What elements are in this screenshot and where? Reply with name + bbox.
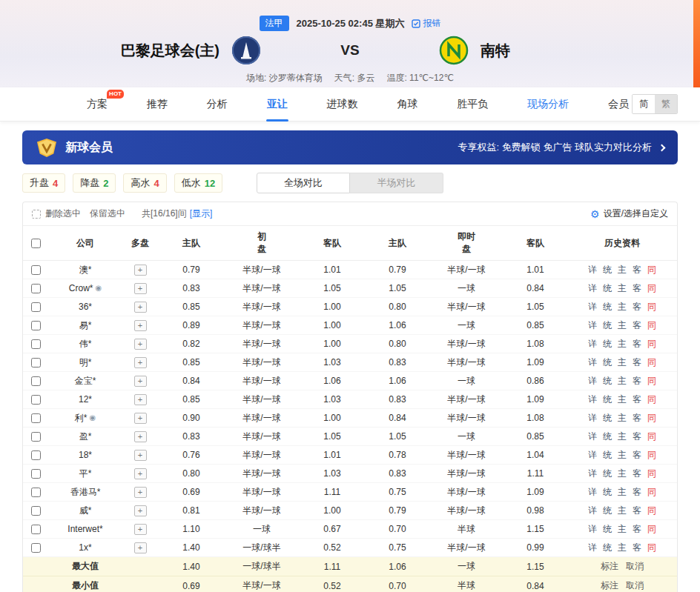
- history-link-away[interactable]: 客: [633, 487, 641, 497]
- row-checkbox[interactable]: [31, 358, 41, 367]
- history-link-stats[interactable]: 统: [603, 431, 612, 442]
- history-link-same[interactable]: 同: [647, 524, 656, 534]
- expand-row-button[interactable]: +: [134, 302, 147, 313]
- history-link-away[interactable]: 客: [633, 505, 641, 516]
- lang-traditional-button[interactable]: 繁: [655, 95, 677, 113]
- history-link-stats[interactable]: 统: [603, 302, 612, 312]
- expand-row-button[interactable]: +: [134, 357, 147, 368]
- expand-row-button[interactable]: +: [134, 524, 147, 535]
- history-link-stats[interactable]: 统: [603, 524, 612, 534]
- history-link-home[interactable]: 主: [618, 394, 627, 405]
- history-link-same[interactable]: 同: [647, 357, 656, 367]
- history-link-away[interactable]: 客: [633, 376, 641, 386]
- history-link-home[interactable]: 主: [618, 542, 627, 553]
- company-name[interactable]: 盈*: [48, 428, 122, 446]
- row-checkbox[interactable]: [31, 339, 41, 349]
- row-checkbox[interactable]: [31, 321, 41, 330]
- history-link-home[interactable]: 主: [618, 339, 627, 349]
- expand-row-button[interactable]: +: [134, 450, 147, 461]
- history-link-same[interactable]: 同: [647, 487, 656, 497]
- league-badge[interactable]: 法甲: [260, 16, 289, 31]
- history-link-same[interactable]: 同: [647, 320, 656, 330]
- company-name[interactable]: 金宝*: [48, 372, 122, 390]
- row-checkbox[interactable]: [31, 302, 41, 312]
- history-link-home[interactable]: 主: [618, 505, 627, 516]
- settings-button[interactable]: ⚙ 设置/选择自定义: [590, 207, 668, 220]
- tab-asian-handicap[interactable]: 亚让: [265, 87, 289, 122]
- history-link-home[interactable]: 主: [618, 283, 627, 293]
- history-link-away[interactable]: 客: [633, 357, 641, 367]
- history-link-away[interactable]: 客: [633, 524, 641, 534]
- filter-low-water[interactable]: 低水12: [174, 173, 222, 193]
- company-name[interactable]: 澳*: [48, 261, 122, 279]
- mark-link[interactable]: 标注: [601, 561, 618, 571]
- history-link-home[interactable]: 主: [618, 357, 627, 367]
- row-checkbox[interactable]: [31, 469, 41, 479]
- row-checkbox[interactable]: [31, 506, 41, 516]
- row-checkbox[interactable]: [31, 413, 41, 423]
- vip-banner[interactable]: 新球会员 专享权益: 免费解锁 免广告 球队实力对比分析: [22, 130, 678, 164]
- company-name[interactable]: 36*: [48, 298, 122, 316]
- row-checkbox[interactable]: [31, 284, 41, 293]
- history-link-detail[interactable]: 详: [588, 468, 597, 479]
- history-link-stats[interactable]: 统: [603, 394, 612, 405]
- history-link-same[interactable]: 同: [647, 505, 656, 516]
- company-name[interactable]: 利*◉: [48, 409, 122, 428]
- history-link-stats[interactable]: 统: [603, 487, 612, 497]
- expand-row-button[interactable]: +: [134, 542, 147, 553]
- history-link-same[interactable]: 同: [647, 376, 656, 386]
- history-link-away[interactable]: 客: [633, 542, 641, 553]
- company-name[interactable]: 伟*: [48, 335, 122, 353]
- history-link-same[interactable]: 同: [647, 413, 656, 423]
- history-link-detail[interactable]: 详: [588, 450, 597, 460]
- history-link-detail[interactable]: 详: [588, 265, 597, 275]
- expand-row-button[interactable]: +: [134, 505, 147, 516]
- half-match-toggle[interactable]: 半场对比: [350, 173, 443, 193]
- history-link-same[interactable]: 同: [647, 302, 656, 312]
- delete-selected-button[interactable]: 删除选中: [45, 207, 81, 220]
- history-link-detail[interactable]: 详: [588, 376, 597, 386]
- company-name[interactable]: 香港马*: [48, 483, 122, 502]
- row-checkbox[interactable]: [31, 265, 41, 275]
- history-link-stats[interactable]: 统: [603, 320, 612, 330]
- expand-row-button[interactable]: +: [134, 320, 147, 331]
- tab-recommend[interactable]: 推荐: [145, 87, 169, 122]
- history-link-away[interactable]: 客: [633, 413, 641, 423]
- expand-row-button[interactable]: +: [134, 339, 147, 350]
- history-link-same[interactable]: 同: [647, 468, 656, 479]
- expand-row-button[interactable]: +: [134, 376, 147, 387]
- history-link-stats[interactable]: 统: [603, 357, 612, 367]
- history-link-stats[interactable]: 统: [603, 505, 612, 516]
- history-link-detail[interactable]: 详: [588, 302, 597, 312]
- show-link[interactable]: [显示]: [190, 207, 213, 220]
- history-link-detail[interactable]: 详: [588, 505, 597, 516]
- expand-row-button[interactable]: +: [134, 283, 147, 294]
- expand-row-button[interactable]: +: [134, 487, 147, 498]
- tab-plans[interactable]: 方案 HOT: [85, 87, 109, 122]
- history-link-detail[interactable]: 详: [588, 357, 597, 367]
- row-checkbox[interactable]: [31, 488, 41, 497]
- expand-row-button[interactable]: +: [134, 413, 147, 424]
- history-link-stats[interactable]: 统: [603, 265, 612, 275]
- tab-live-analysis[interactable]: 现场分析: [526, 87, 570, 122]
- history-link-home[interactable]: 主: [618, 376, 627, 386]
- history-link-home[interactable]: 主: [618, 487, 627, 497]
- tab-analysis[interactable]: 分析: [205, 87, 229, 122]
- company-name[interactable]: 易*: [48, 316, 122, 335]
- company-name[interactable]: 12*: [48, 390, 122, 409]
- history-link-home[interactable]: 主: [618, 265, 627, 275]
- history-link-detail[interactable]: 详: [588, 339, 597, 349]
- history-link-detail[interactable]: 详: [588, 320, 597, 330]
- keep-selected-button[interactable]: 保留选中: [90, 207, 125, 220]
- tab-corners[interactable]: 角球: [395, 87, 419, 122]
- tab-membership[interactable]: 会员: [607, 87, 630, 122]
- history-link-home[interactable]: 主: [618, 320, 627, 330]
- history-link-detail[interactable]: 详: [588, 394, 597, 405]
- history-link-detail[interactable]: 详: [588, 487, 597, 497]
- lang-simplified-button[interactable]: 简: [633, 95, 655, 113]
- history-link-stats[interactable]: 统: [603, 413, 612, 423]
- history-link-home[interactable]: 主: [618, 524, 627, 534]
- history-link-detail[interactable]: 详: [588, 283, 597, 293]
- history-link-same[interactable]: 同: [647, 283, 656, 293]
- tab-goals[interactable]: 进球数: [326, 87, 360, 122]
